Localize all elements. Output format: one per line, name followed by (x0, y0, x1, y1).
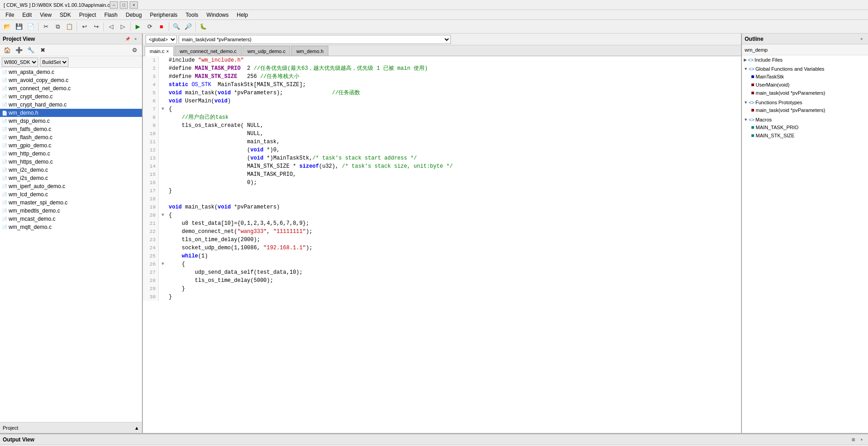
menu-item-flash[interactable]: Flash (101, 11, 121, 19)
back-button[interactable]: ◁ (106, 21, 117, 32)
menu-item-debug[interactable]: Debug (122, 11, 145, 19)
cut-button[interactable]: ✂ (40, 21, 51, 32)
outline-panel: Outline × wm_demp ▶ <> Include Files ▼ <… (741, 34, 868, 433)
tree-item[interactable]: 📄wm_mcast_demo.c (0, 215, 142, 223)
project-close-btn[interactable]: × (132, 35, 139, 43)
tree-item[interactable]: 📄wm_avoid_copy_demo.c (0, 76, 142, 84)
forward-button[interactable]: ▷ (117, 21, 128, 32)
outline-group-header[interactable]: ▼ <> Functions Prototypes (742, 99, 868, 106)
window-controls[interactable]: – □ × (110, 1, 138, 9)
pt-remove[interactable]: ✖ (37, 45, 48, 56)
tree-item[interactable]: 📄wm_flash_demo.c (0, 133, 142, 141)
code-line: 12 (void *)0, (143, 146, 741, 154)
menu-item-sdk[interactable]: SDK (56, 11, 75, 19)
tree-item[interactable]: 📄wm_gpio_demo.c (0, 141, 142, 150)
line-number: 15 (143, 170, 159, 179)
tab-close-button[interactable]: × (166, 49, 169, 54)
file-icon: 📄 (2, 86, 7, 91)
outline-close-btn[interactable]: × (858, 35, 865, 43)
tree-item[interactable]: 📄wm_https_demo.c (0, 158, 142, 166)
editor-tab[interactable]: wm_demo.h (291, 46, 328, 56)
pt-home[interactable]: 🏠 (2, 45, 13, 56)
maximize-button[interactable]: □ (120, 1, 128, 9)
tree-item[interactable]: 📄wm_crypt_demo.c (0, 92, 142, 101)
tree-item[interactable]: 📄wm_dsp_demo.c (0, 117, 142, 125)
output-close-btn[interactable]: × (858, 436, 865, 443)
line-code: NULL, (167, 130, 741, 138)
tree-item[interactable]: 📄wm_master_spi_demo.c (0, 199, 142, 207)
paste-button[interactable]: 📋 (64, 21, 75, 32)
code-line: 10 NULL, (143, 130, 741, 138)
tree-item[interactable]: 📄wm_demo.h (0, 109, 142, 117)
tree-item[interactable]: 📄wm_lcd_demo.c (0, 190, 142, 199)
redo-button[interactable]: ↪ (91, 21, 102, 32)
tree-item[interactable]: 📄wm_crypt_hard_demo.c (0, 101, 142, 109)
buildset-dropdown[interactable]: BuildSet (40, 58, 68, 67)
menu-item-view[interactable]: View (36, 11, 55, 19)
project-dropdown[interactable]: W800_SDK (2, 58, 38, 67)
project-pin-button[interactable]: 📌 (124, 35, 131, 43)
tree-item[interactable]: 📄wm_iperf_auto_demo.c (0, 182, 142, 190)
build-button[interactable]: ▶ (132, 21, 143, 32)
tree-item[interactable]: 📄wm_fatfs_demo.c (0, 125, 142, 133)
editor-tab[interactable]: wm_udp_demo.c (243, 46, 291, 56)
outline-item[interactable]: ■ UserMain(void) (742, 81, 868, 89)
tree-item[interactable]: 📄wm_i2c_demo.c (0, 166, 142, 174)
tree-item[interactable]: 📄wm_http_demo.c (0, 150, 142, 158)
code-line: 30 } (143, 293, 741, 301)
minimize-button[interactable]: – (110, 1, 118, 9)
outline-triangle: ▼ (744, 67, 748, 71)
search2-button[interactable]: 🔎 (183, 21, 194, 32)
save-button[interactable]: 💾 (14, 21, 24, 32)
project-expand-btn[interactable]: ▲ (134, 425, 139, 431)
tree-item[interactable]: 📄wm_mqtt_demo.c (0, 223, 142, 231)
menu-item-peripherals[interactable]: Peripherals (146, 11, 181, 19)
outline-item[interactable]: ■ MainTaskStk (742, 73, 868, 81)
menu-item-project[interactable]: Project (76, 11, 100, 19)
menu-item-file[interactable]: File (2, 11, 18, 19)
outline-group-header[interactable]: ▼ <> Macros (742, 116, 868, 123)
outline-item[interactable]: ■ MAIN_STK_SIZE (742, 131, 868, 140)
menu-item-help[interactable]: Help (233, 11, 252, 19)
tree-item[interactable]: 📄wm_apsta_demo.c (0, 68, 142, 76)
copy-button[interactable]: ⧉ (52, 21, 63, 32)
pt-settings[interactable]: 🔧 (25, 45, 36, 56)
outline-item[interactable]: ■ MAIN_TASK_PRIO (742, 123, 868, 131)
tree-item[interactable]: 📄wm_connect_net_demo.c (0, 84, 142, 92)
line-fold-arrow[interactable]: ▼ (159, 105, 167, 113)
undo-button[interactable]: ↩ (79, 21, 90, 32)
outline-item[interactable]: ■ main_task(void *pvParameters) (742, 106, 868, 114)
code-line: 6 void UserMain(void) (143, 97, 741, 105)
pt-add[interactable]: ➕ (14, 45, 24, 56)
open-folder-button[interactable]: 📂 (2, 21, 13, 32)
code-line: 4 static OS_STK MainTaskStk[MAIN_STK_SIZ… (143, 81, 741, 89)
editor-tab[interactable]: wm_connect_net_demo.c (175, 46, 241, 56)
stop-button[interactable]: ■ (156, 21, 167, 32)
tree-item[interactable]: 📄wm_mbedtls_demo.c (0, 207, 142, 215)
tree-item[interactable]: 📄wm_i2s_demo.c (0, 174, 142, 182)
output-expand-btn[interactable]: ⊞ (850, 436, 857, 443)
outline-group-header[interactable]: ▼ <> Global Functions and Variables (742, 65, 868, 73)
debug-button[interactable]: 🐛 (198, 21, 209, 32)
line-code: //用户自己的task (167, 113, 741, 121)
search-button[interactable]: 🔍 (171, 21, 182, 32)
outline-item[interactable]: ■ main_task(void *pvParameters) (742, 89, 868, 97)
rebuild-button[interactable]: ⟳ (144, 21, 155, 32)
code-editor[interactable]: 1 #include "wm_include.h" 2 #define MAIN… (143, 56, 741, 433)
menu-item-windows[interactable]: Windows (203, 11, 232, 19)
line-number: 16 (143, 179, 159, 187)
file-name: wm_demo.h (9, 110, 38, 116)
file-icon: 📄 (2, 208, 7, 213)
outline-group-header[interactable]: ▶ <> Include Files (742, 56, 868, 63)
new-file-button[interactable]: 📄 (25, 21, 36, 32)
editor-tab[interactable]: main.c× (145, 46, 174, 56)
menu-item-edit[interactable]: Edit (19, 11, 35, 19)
pt-extra[interactable]: ⚙ (129, 45, 140, 56)
line-fold-arrow[interactable]: ▼ (159, 260, 167, 268)
line-fold-arrow[interactable]: ▼ (159, 211, 167, 219)
global-scope-dropdown[interactable]: <global> (146, 35, 177, 44)
file-tree: 📄wm_apsta_demo.c📄wm_avoid_copy_demo.c📄wm… (0, 68, 142, 422)
function-dropdown[interactable]: main_task(void *pvParameters) (179, 35, 451, 44)
close-button[interactable]: × (130, 1, 138, 9)
menu-item-tools[interactable]: Tools (182, 11, 202, 19)
